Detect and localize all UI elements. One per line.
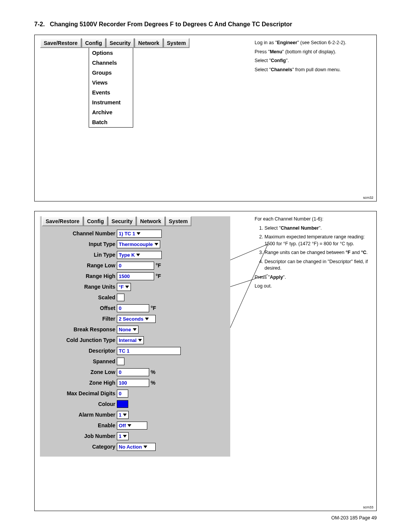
- break-response-label: Break Response: [40, 326, 117, 332]
- section-title-text: Changing 5100V Recorder From Degrees F t…: [50, 21, 292, 27]
- max-dec-label: Max Decimal Digits: [40, 390, 117, 396]
- menu-item-options[interactable]: Options: [89, 48, 133, 58]
- chevron-down-icon: [138, 339, 142, 342]
- step-2: Maximum expected temperature range readi…: [264, 234, 373, 247]
- chevron-down-icon: [145, 318, 149, 320]
- zone-high-label: Zone High: [40, 380, 117, 386]
- cjt-label: Cold Junction Type: [40, 337, 117, 343]
- step-4: Descriptor can be changed in "Descriptor…: [264, 259, 373, 272]
- zone-low-label: Zone Low: [40, 369, 117, 375]
- range-low-input[interactable]: 0: [117, 262, 154, 270]
- filter-label: Filter: [40, 316, 117, 322]
- scaled-label: Scaled: [40, 294, 117, 300]
- colour-label: Colour: [40, 401, 117, 407]
- tab-config[interactable]: Config: [81, 38, 106, 48]
- input-type-label: Input Type: [40, 241, 117, 247]
- input-type-select[interactable]: Thermocouple: [117, 240, 160, 248]
- offset-input[interactable]: 0: [117, 304, 149, 312]
- menu-item-events[interactable]: Events: [89, 88, 133, 97]
- chevron-down-icon: [143, 446, 147, 448]
- cjt-select[interactable]: Internal: [117, 336, 144, 344]
- max-dec-input[interactable]: 0: [117, 390, 128, 398]
- colour-swatch[interactable]: [117, 400, 128, 408]
- tab-bar: Save/Restore Config Security Network Sys…: [40, 38, 245, 48]
- chevron-down-icon: [133, 328, 137, 331]
- zone-low-unit: %: [151, 369, 155, 375]
- channel-number-label: Channel Number: [40, 230, 117, 236]
- menu-item-groups[interactable]: Groups: [89, 68, 133, 78]
- step-3: Range units can be changed between °F an…: [264, 249, 373, 256]
- range-units-label: Range Units: [40, 284, 117, 290]
- offset-label: Offset: [40, 305, 117, 311]
- zone-high-input[interactable]: 100: [117, 379, 149, 387]
- lin-type-label: Lin Type: [40, 252, 117, 258]
- menu-item-views[interactable]: Views: [89, 78, 133, 88]
- section-number: 7-2.: [34, 21, 45, 27]
- alarm-number-label: Alarm Number: [40, 412, 117, 418]
- descriptor-input[interactable]: TC 1: [117, 347, 181, 355]
- enable-select[interactable]: Off: [117, 422, 147, 430]
- range-high-input[interactable]: 1500: [117, 272, 154, 280]
- menu-item-channels[interactable]: Channels: [89, 58, 133, 68]
- zone-low-input[interactable]: 0: [117, 368, 149, 376]
- chevron-down-icon: [123, 435, 127, 438]
- range-high-unit: °F: [156, 273, 161, 279]
- tab-save-restore[interactable]: Save/Restore: [40, 38, 81, 48]
- chevron-down-icon: [123, 414, 127, 416]
- range-units-select[interactable]: °F: [117, 283, 131, 291]
- menu-item-archive[interactable]: Archive: [89, 107, 133, 117]
- range-high-label: Range High: [40, 273, 117, 279]
- chevron-down-icon: [137, 232, 140, 235]
- panel-config-menu: Save/Restore Config Security Network Sys…: [34, 35, 377, 201]
- tab-system-2[interactable]: System: [165, 216, 192, 226]
- tab-network[interactable]: Network: [134, 38, 163, 48]
- tab-bar-2: Save/Restore Config Security Network Sys…: [42, 216, 230, 226]
- chevron-down-icon: [127, 424, 131, 427]
- filter-select[interactable]: 2 Seconds: [117, 315, 156, 323]
- lin-type-select[interactable]: Type K: [117, 251, 162, 259]
- spanned-checkbox[interactable]: [117, 358, 124, 365]
- menu-item-instrument[interactable]: Instrument: [89, 97, 133, 107]
- page-footer: OM-203 185 Page 49: [331, 515, 377, 521]
- range-low-unit: °F: [156, 262, 161, 268]
- chevron-down-icon: [155, 243, 158, 246]
- channel-form: Save/Restore Config Security Network Sys…: [40, 216, 230, 457]
- screenshot-tag-2: scrn33: [363, 505, 373, 509]
- tab-network-2[interactable]: Network: [136, 216, 165, 226]
- chevron-down-icon: [136, 254, 140, 256]
- offset-unit: °F: [151, 305, 156, 311]
- scaled-checkbox[interactable]: [117, 294, 124, 301]
- spanned-label: Spanned: [40, 358, 117, 364]
- category-label: Category: [40, 444, 117, 450]
- panel-channel-config: Save/Restore Config Security Network Sys…: [34, 211, 377, 511]
- instructions-2: For each Channel Number (1-6): Select "C…: [255, 214, 373, 457]
- job-number-select[interactable]: 1: [117, 432, 129, 440]
- category-select[interactable]: No Action: [117, 443, 156, 451]
- job-number-label: Job Number: [40, 433, 117, 439]
- tab-save-restore-2[interactable]: Save/Restore: [42, 216, 83, 226]
- channel-number-select[interactable]: 1) TC 1: [117, 230, 162, 238]
- instructions-1: Log in as "Engineer" (see Section 6-2-2-…: [255, 38, 373, 128]
- config-dropdown: Options Channels Groups Views Events Ins…: [89, 48, 133, 128]
- break-response-select[interactable]: None: [117, 326, 139, 334]
- enable-label: Enable: [40, 422, 117, 428]
- range-low-label: Range Low: [40, 262, 117, 268]
- menu-item-batch[interactable]: Batch: [89, 117, 133, 127]
- chevron-down-icon: [125, 286, 129, 288]
- section-title: 7-2. Changing 5100V Recorder From Degree…: [34, 21, 377, 28]
- tab-system[interactable]: System: [163, 38, 190, 48]
- tab-security[interactable]: Security: [106, 38, 134, 48]
- tab-security-2[interactable]: Security: [108, 216, 136, 226]
- tab-config-2[interactable]: Config: [83, 216, 108, 226]
- step-1: Select "Channel Number".: [264, 225, 373, 232]
- screenshot-tag-1: scrn32: [363, 196, 373, 200]
- alarm-number-select[interactable]: 1: [117, 411, 129, 419]
- descriptor-label: Descriptor: [40, 348, 117, 354]
- zone-high-unit: %: [151, 380, 155, 386]
